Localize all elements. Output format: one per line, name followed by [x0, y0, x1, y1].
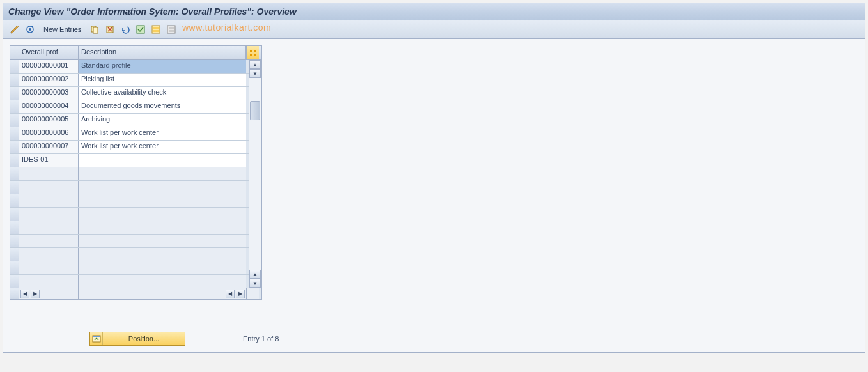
table-row-empty[interactable]: [10, 235, 261, 248]
row-selector[interactable]: [10, 275, 19, 288]
cell-description[interactable]: [79, 248, 246, 261]
table-row-empty[interactable]: [10, 275, 261, 288]
row-selector[interactable]: [10, 208, 19, 221]
cell-description[interactable]: [79, 235, 246, 247]
cell-overall-prof[interactable]: [19, 275, 79, 288]
row-selector[interactable]: [10, 181, 19, 194]
column-overall-prof[interactable]: Overall prof: [19, 46, 79, 59]
cell-description[interactable]: Collective availability check: [79, 87, 246, 100]
cell-description[interactable]: [79, 154, 246, 167]
cell-overall-prof[interactable]: 000000000005: [19, 114, 79, 127]
row-selector[interactable]: [10, 141, 19, 153]
cell-overall-prof[interactable]: [19, 248, 79, 261]
row-selector[interactable]: [10, 235, 19, 247]
cell-overall-prof[interactable]: [19, 221, 79, 234]
table-row[interactable]: 000000000001Standard profile: [10, 60, 261, 74]
table-body: 000000000001Standard profile000000000002…: [10, 60, 261, 288]
cell-description[interactable]: [79, 208, 246, 221]
cell-description[interactable]: [79, 167, 246, 180]
cell-description[interactable]: [79, 221, 246, 234]
cell-overall-prof[interactable]: 000000000007: [19, 141, 79, 153]
table-row-empty[interactable]: [10, 208, 261, 221]
row-selector[interactable]: [10, 127, 19, 140]
vertical-scrollbar[interactable]: ▲ ▼ ▲ ▼: [249, 60, 261, 288]
deselect-all-icon[interactable]: [165, 23, 178, 36]
table-row-empty[interactable]: [10, 261, 261, 275]
hscroll-corner-right: [246, 288, 259, 299]
svg-rect-14: [250, 54, 252, 56]
table-row-empty[interactable]: [10, 221, 261, 235]
entry-status: Entry 1 of 8: [243, 335, 279, 343]
scroll-thumb[interactable]: [250, 101, 260, 120]
row-selector[interactable]: [10, 248, 19, 261]
table-row[interactable]: 000000000006Work list per work center: [10, 127, 261, 141]
hscroll-left-icon[interactable]: ◀: [20, 290, 29, 298]
cell-overall-prof[interactable]: 000000000003: [19, 87, 79, 100]
table-row-empty[interactable]: [10, 194, 261, 208]
scroll-up-bottom-icon[interactable]: ▲: [249, 270, 261, 279]
table-row-empty[interactable]: [10, 248, 261, 261]
row-selector[interactable]: [10, 154, 19, 167]
row-selector[interactable]: [10, 167, 19, 180]
hscroll-right2-icon[interactable]: ▶: [236, 290, 245, 298]
row-selector[interactable]: [10, 261, 19, 274]
new-entries-button[interactable]: New Entries: [39, 24, 86, 35]
toggle-display-change-icon[interactable]: [8, 23, 21, 36]
table-row-empty[interactable]: [10, 181, 261, 194]
cell-overall-prof[interactable]: IDES-01: [19, 154, 79, 167]
scroll-up-icon[interactable]: ▲: [249, 60, 261, 69]
content-area: Overall prof Description 000000000001Sta…: [3, 39, 865, 352]
cell-overall-prof[interactable]: [19, 194, 79, 207]
copy-as-icon[interactable]: [88, 23, 101, 36]
cell-description[interactable]: Work list per work center: [79, 141, 246, 153]
cell-overall-prof[interactable]: [19, 181, 79, 194]
undo-change-icon[interactable]: [119, 23, 132, 36]
row-selector[interactable]: [10, 60, 19, 73]
row-selector[interactable]: [10, 221, 19, 234]
cell-overall-prof[interactable]: [19, 235, 79, 247]
position-button[interactable]: Position...: [89, 332, 185, 346]
scroll-down-icon[interactable]: ▼: [249, 279, 261, 288]
cell-description[interactable]: Work list per work center: [79, 127, 246, 140]
row-selector[interactable]: [10, 74, 19, 86]
scroll-track[interactable]: [249, 78, 261, 270]
cell-overall-prof[interactable]: 000000000006: [19, 127, 79, 140]
row-selector[interactable]: [10, 194, 19, 207]
table-settings-icon[interactable]: [246, 46, 259, 59]
cell-overall-prof[interactable]: 000000000004: [19, 100, 79, 113]
other-view-icon[interactable]: [24, 23, 36, 36]
page-title: Change View "Order Information Sytem: Ov…: [8, 6, 297, 17]
table-row[interactable]: 000000000007Work list per work center: [10, 141, 261, 154]
table-row[interactable]: 000000000004Documented goods movements: [10, 100, 261, 114]
row-selector[interactable]: [10, 100, 19, 113]
cell-description[interactable]: [79, 261, 246, 274]
header-selector-column[interactable]: [10, 46, 19, 59]
cell-description[interactable]: [79, 194, 246, 207]
cell-overall-prof[interactable]: [19, 208, 79, 221]
table-row[interactable]: 000000000003Collective availability chec…: [10, 87, 261, 100]
cell-description[interactable]: Documented goods movements: [79, 100, 246, 113]
table-header: Overall prof Description: [10, 46, 261, 60]
cell-description[interactable]: Picking list: [79, 74, 246, 86]
cell-description[interactable]: Archiving: [79, 114, 246, 127]
table-row-empty[interactable]: [10, 167, 261, 181]
row-selector[interactable]: [10, 114, 19, 127]
cell-description[interactable]: [79, 181, 246, 194]
cell-overall-prof[interactable]: 000000000001: [19, 60, 79, 73]
cell-overall-prof[interactable]: [19, 261, 79, 274]
select-block-icon[interactable]: [150, 23, 162, 36]
cell-description[interactable]: [79, 275, 246, 288]
table-row[interactable]: 000000000005Archiving: [10, 114, 261, 127]
row-selector[interactable]: [10, 87, 19, 100]
delete-icon[interactable]: [104, 23, 116, 36]
cell-overall-prof[interactable]: [19, 167, 79, 180]
select-all-icon[interactable]: [134, 23, 147, 36]
table-row[interactable]: IDES-01: [10, 154, 261, 167]
hscroll-right-icon[interactable]: ▶: [31, 290, 40, 298]
table-row[interactable]: 000000000002Picking list: [10, 74, 261, 87]
column-description[interactable]: Description: [79, 46, 246, 59]
cell-description[interactable]: Standard profile: [79, 60, 246, 73]
hscroll-left2-icon[interactable]: ◀: [226, 290, 235, 298]
scroll-down-small-icon[interactable]: ▼: [249, 69, 261, 78]
cell-overall-prof[interactable]: 000000000002: [19, 74, 79, 86]
